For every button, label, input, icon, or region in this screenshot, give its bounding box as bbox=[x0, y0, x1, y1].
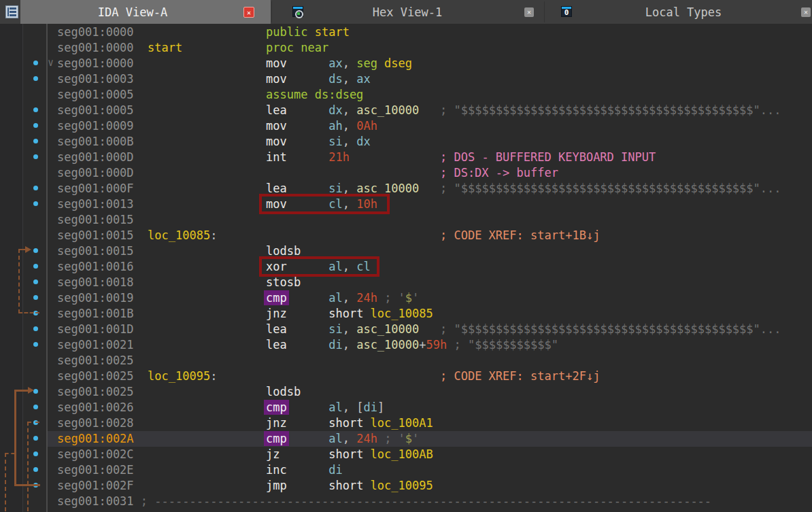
code-line[interactable]: seg001:001B jnz short loc_10085 bbox=[0, 306, 812, 322]
nav-dot bbox=[33, 201, 38, 206]
close-tab-icon[interactable]: ✕ bbox=[243, 7, 254, 18]
nav-dot bbox=[33, 389, 38, 394]
code-line[interactable]: seg001:0015 bbox=[0, 212, 812, 228]
close-tab-icon[interactable]: ✕ bbox=[801, 7, 811, 17]
jump-arrow bbox=[27, 422, 39, 423]
nav-dot bbox=[33, 264, 38, 269]
code-line[interactable]: seg001:0019 cmp al, 24h ; '$' bbox=[0, 290, 812, 306]
tab-label: Local Types bbox=[602, 5, 765, 19]
code-line[interactable]: seg001:0005 assume ds:dseg bbox=[0, 87, 812, 103]
nav-dot bbox=[33, 405, 38, 409]
code-line[interactable]: seg001:000B mov si, dx bbox=[0, 134, 812, 150]
tab-hex-view-1[interactable]: Hex View-1 ✕ bbox=[271, 0, 544, 24]
jump-arrow bbox=[5, 453, 6, 511]
nav-dot bbox=[33, 139, 38, 143]
local-types-icon: 0 bbox=[561, 6, 572, 17]
jump-arrow bbox=[18, 249, 20, 313]
nav-dot bbox=[33, 436, 38, 441]
hex-view-icon bbox=[292, 6, 303, 17]
nav-dot bbox=[33, 107, 38, 112]
nav-dot bbox=[33, 326, 38, 331]
code-line[interactable]: seg001:0000 start proc near bbox=[0, 40, 812, 56]
disassembly-view: seg001:0000 public startseg001:0000 star… bbox=[0, 24, 812, 512]
code-line[interactable]: seg001:0025 loc_10095: ; CODE XREF: star… bbox=[0, 369, 812, 384]
code-line[interactable]: seg001:0013 mov cl, 10h bbox=[0, 197, 812, 212]
jump-arrow bbox=[14, 390, 29, 392]
nav-dot bbox=[33, 279, 38, 284]
jump-arrow bbox=[28, 387, 34, 394]
code-line[interactable]: seg001:0016 xor al, cl bbox=[0, 259, 812, 275]
nav-dot bbox=[33, 342, 38, 347]
nav-dot bbox=[33, 123, 38, 128]
tab-ida-view-a[interactable]: IDA View-A ✕ bbox=[20, 0, 271, 24]
code-line[interactable]: seg001:0015 loc_10085: ; CODE XREF: star… bbox=[0, 228, 812, 243]
nav-dot bbox=[33, 61, 38, 65]
code-line[interactable]: seg001:0025 bbox=[0, 353, 812, 369]
code-line[interactable]: seg001:0009 mov ah, 0Ah bbox=[0, 118, 812, 134]
code-line[interactable]: seg001:0000 public start bbox=[0, 24, 812, 40]
jump-arrow bbox=[18, 312, 39, 313]
code-line[interactable]: seg001:0000 mov ax, seg dseg bbox=[0, 56, 812, 71]
nav-dot bbox=[33, 295, 38, 300]
code-line[interactable]: seg001:0028 jnz short loc_100A1 bbox=[0, 415, 812, 431]
jump-arrow bbox=[25, 246, 31, 253]
code-line[interactable]: seg001:0025 lodsb bbox=[0, 384, 812, 400]
nav-dot bbox=[33, 451, 38, 456]
code-line[interactable]: seg001:002E inc di bbox=[0, 462, 812, 478]
code-line[interactable]: seg001:000D int 21h ; DOS - BUFFERED KEY… bbox=[0, 150, 812, 165]
nav-dot bbox=[33, 186, 38, 190]
tab-label: IDA View-A bbox=[20, 5, 245, 19]
tab-label: Hex View-1 bbox=[326, 5, 489, 19]
jump-arrow bbox=[27, 422, 29, 511]
jump-arrow bbox=[5, 453, 15, 454]
code-line[interactable]: seg001:0003 mov ds, ax bbox=[0, 71, 812, 87]
close-tab-icon[interactable]: ✕ bbox=[524, 7, 534, 17]
code-line[interactable]: seg001:000D ; DS:DX -> buffer bbox=[0, 165, 812, 181]
nav-dot bbox=[33, 248, 38, 253]
code-line[interactable]: seg001:0018 stosb bbox=[0, 275, 812, 290]
window-list-icon[interactable] bbox=[5, 5, 18, 18]
code-line[interactable]: seg001:0031 ; --------------------------… bbox=[0, 494, 812, 509]
nav-dot bbox=[33, 467, 38, 472]
jump-arrow bbox=[14, 390, 16, 486]
tab-local-types[interactable]: 0 Local Types ✕ bbox=[544, 0, 812, 24]
collapse-arrow-icon[interactable]: ∨ bbox=[48, 55, 54, 71]
disassembly-listing: seg001:0000 public startseg001:0000 star… bbox=[0, 24, 812, 509]
code-line[interactable]: seg001:002A cmp al, 24h ; '$' bbox=[0, 431, 812, 447]
code-line[interactable]: seg001:002C jz short loc_100AB bbox=[0, 447, 812, 462]
annotation-box bbox=[259, 256, 379, 277]
code-line[interactable]: seg001:000F lea si, asc_10000 ; "$$$$$$$… bbox=[0, 181, 812, 197]
nav-dot bbox=[33, 76, 38, 81]
code-line[interactable]: seg001:002F jmp short loc_10095 bbox=[0, 478, 812, 494]
ida-window: IDA View-A ✕ Hex View-1 ✕ 0 Local Types … bbox=[0, 0, 812, 512]
annotation-box bbox=[259, 194, 390, 214]
code-line[interactable]: seg001:0021 lea di, asc_10000+59h ; "$$$… bbox=[0, 337, 812, 353]
code-line[interactable]: seg001:0026 cmp al, [di] bbox=[0, 400, 812, 415]
nav-dot bbox=[33, 154, 38, 159]
code-line[interactable]: seg001:001D lea si, asc_10000 ; "$$$$$$$… bbox=[0, 322, 812, 337]
code-line[interactable]: seg001:0005 lea dx, asc_10000 ; "$$$$$$$… bbox=[0, 103, 812, 118]
code-line[interactable]: seg001:0015 lodsb bbox=[0, 243, 812, 259]
tab-bar: IDA View-A ✕ Hex View-1 ✕ 0 Local Types … bbox=[0, 0, 812, 24]
